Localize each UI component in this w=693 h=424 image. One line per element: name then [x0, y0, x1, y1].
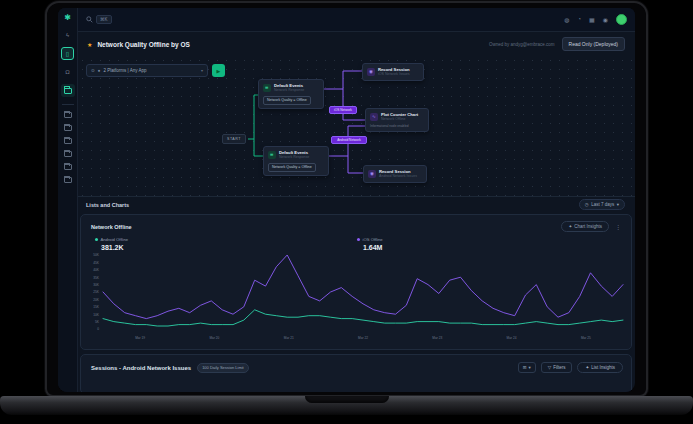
list-insights-label: List Insights	[591, 365, 615, 370]
flash-icon: ϟ	[66, 32, 69, 38]
apps-icon[interactable]: ▦	[589, 16, 595, 23]
x-tick-label: Mar 24	[507, 336, 517, 340]
kebab-menu-icon[interactable]: ⋮	[615, 223, 621, 230]
flow-start-node[interactable]: START	[222, 134, 246, 144]
filters-label: Filters	[553, 365, 565, 370]
flow-node-record-session-ios[interactable]: ◉ Record Session iOS Network Issues	[362, 63, 424, 81]
chart-legend: Android Offline 381.2K iOS Offline 1.64M	[81, 232, 631, 251]
sessions-panel: Sessions - Android Network Issues 100 Da…	[80, 354, 632, 392]
series-ios-offline	[103, 255, 623, 319]
edge-label-android[interactable]: Android Network	[331, 136, 367, 144]
time-range-value: Last 7 days	[591, 202, 614, 207]
view-options-dropdown[interactable]: ⊞ ▾	[518, 362, 536, 373]
owned-by-label: Owned by andyg@embrace.com	[489, 42, 555, 47]
node-subtitle: Android Network Issues	[379, 174, 417, 179]
node-subtitle: Network Offline	[381, 117, 418, 122]
sidebar-item-folder[interactable]	[64, 112, 72, 118]
flow-node-plot-counter-chart[interactable]: ∿ Plot Counter Chart Network Offline Inf…	[365, 108, 429, 132]
laptop-base-notch	[305, 396, 389, 403]
x-tick-label: Mar 19	[135, 336, 145, 340]
platform-selector[interactable]: ⊙ ● 2 Platforms | Any App ▾	[86, 64, 208, 77]
chart-title: Network Offline	[91, 224, 132, 230]
node-filter-chip[interactable]: Network Quality = Offline	[268, 163, 316, 172]
y-tick-label: 30K	[93, 283, 100, 287]
folder-icon	[64, 177, 72, 183]
funnel-icon: ▽	[548, 365, 551, 370]
clock-icon: ◷	[585, 202, 589, 207]
dashboard-screen: ✱ ϟ ▯ Ω ⌘K ◍◔▦◉ ★ Networ	[58, 8, 635, 392]
network-offline-chart: 05K10K15K20K25K30K35K40K45K50KMar 19Mar …	[87, 253, 627, 349]
record-icon: ◉	[367, 68, 375, 76]
node-filter-chip[interactable]: Network Quality = Offline	[263, 96, 311, 105]
filters-button[interactable]: ▽ Filters	[541, 362, 573, 373]
folder-icon	[64, 125, 72, 131]
user-avatar[interactable]	[616, 14, 627, 25]
list-insights-button[interactable]: ✦ List Insights	[577, 362, 623, 373]
session-limit-badge: 100 Daily Session Limit	[197, 363, 249, 373]
y-tick-label: 5K	[95, 320, 100, 324]
sidebar-item-flows[interactable]: ϟ	[66, 32, 69, 39]
chart-insights-button[interactable]: ✦ Chart Insights	[561, 221, 609, 232]
edge-label-ios[interactable]: iOS Network	[329, 106, 357, 114]
record-icon: ◉	[368, 170, 376, 178]
run-flow-button[interactable]: ▶	[212, 64, 225, 77]
x-tick-label: Mar 21	[284, 336, 294, 340]
folder-icon	[64, 164, 72, 170]
device-icon: ▯	[66, 50, 69, 57]
sidebar-item-devices-active[interactable]: ▯	[61, 47, 74, 60]
events-icon: ≣	[263, 84, 271, 92]
y-tick-label: 0	[97, 327, 99, 331]
sessions-title: Sessions - Android Network Issues	[91, 365, 191, 371]
page-header: ★ Network Quality Offline by OS Owned by…	[78, 32, 635, 56]
filter-row: ⊙ ● 2 Platforms | Any App ▾ ▶	[78, 64, 225, 77]
topbar: ⌘K ◍◔▦◉	[78, 8, 635, 32]
y-tick-label: 20K	[93, 298, 100, 302]
node-note: Informational node enabled	[370, 124, 424, 128]
folder-icon	[64, 88, 72, 94]
node-subtitle: Network Response	[279, 155, 309, 160]
lists-section-header: Lists and Charts ◷ Last 7 days ▾	[78, 196, 635, 212]
global-search[interactable]: ⌘K	[86, 15, 112, 24]
legend-ios[interactable]: iOS Offline 1.64M	[357, 237, 619, 251]
page-title: Network Quality Offline by OS	[97, 41, 189, 48]
sidebar-item-alerts[interactable]: Ω	[65, 69, 70, 76]
sidebar-item-folder[interactable]	[64, 164, 72, 170]
sidebar-item-folder[interactable]	[64, 125, 72, 131]
flow-canvas[interactable]	[78, 56, 635, 196]
read-only-button[interactable]: Read Only (Deployed)	[562, 37, 625, 51]
y-tick-label: 10K	[93, 313, 100, 317]
topbar-actions: ◍◔▦◉	[564, 14, 627, 25]
node-subtitle: Network Response	[274, 88, 304, 93]
bell-icon: Ω	[65, 69, 70, 75]
sidebar-item-folder[interactable]	[64, 177, 72, 183]
app-logo-icon[interactable]: ✱	[64, 13, 71, 23]
chevron-down-icon: ▾	[201, 68, 203, 73]
flow-node-record-session-android[interactable]: ◉ Record Session Android Network Issues	[363, 165, 427, 183]
x-tick-label: Mar 20	[209, 336, 219, 340]
events-icon: ≣	[268, 151, 276, 159]
legend-android[interactable]: Android Offline 381.2K	[95, 237, 357, 251]
network-offline-panel: Network Offline ✦ Chart Insights ⋮ Andro…	[80, 214, 632, 350]
search-shortcut-badge: ⌘K	[96, 15, 112, 24]
folder-icon	[64, 151, 72, 157]
sessions-actions: ⊞ ▾ ▽ Filters ✦ List Insights	[518, 362, 623, 373]
search-icon	[86, 16, 93, 23]
android-icon: ⊙	[91, 68, 95, 73]
sidebar-item-folder-active[interactable]	[61, 84, 75, 97]
sidebar-folder-list	[64, 105, 72, 183]
sparkle-icon: ✦	[585, 365, 589, 370]
folder-icon	[64, 112, 72, 118]
flow-node-default-events-1[interactable]: ≣ Default Events Network Response Networ…	[258, 79, 324, 109]
notifications-icon[interactable]: ◍	[564, 16, 569, 23]
time-range-selector[interactable]: ◷ Last 7 days ▾	[579, 199, 625, 210]
help-icon[interactable]: ◉	[603, 16, 608, 23]
x-tick-label: Mar 25	[581, 336, 591, 340]
history-icon[interactable]: ◔	[577, 16, 581, 23]
sidebar-item-folder[interactable]	[64, 151, 72, 157]
play-icon: ▶	[217, 68, 221, 74]
favorite-star-icon[interactable]: ★	[87, 41, 92, 48]
legend-label: iOS Offline	[363, 237, 383, 242]
sidebar-item-folder[interactable]	[64, 138, 72, 144]
flow-node-default-events-2[interactable]: ≣ Default Events Network Response Networ…	[263, 146, 329, 176]
platform-selector-value: 2 Platforms | Any App	[104, 68, 147, 73]
